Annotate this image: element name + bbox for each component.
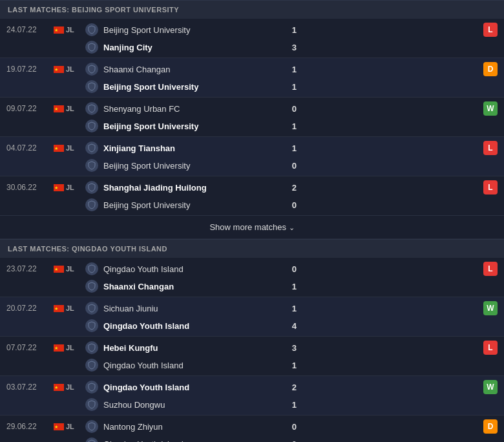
team-logo	[85, 420, 98, 433]
league-label: JL	[66, 344, 85, 352]
team-logo	[85, 41, 98, 54]
show-more-button[interactable]: Show more matches ⌄	[0, 216, 504, 239]
match-row: Beijing Sport University0	[0, 196, 504, 215]
match-date: 09.07.22	[6, 104, 52, 113]
match-score: 1	[284, 361, 303, 370]
match-score: 1	[284, 143, 303, 153]
result-badge: L	[483, 23, 498, 37]
match-date: 23.07.22	[6, 264, 52, 273]
league-label: JL	[66, 144, 85, 152]
result-badge: W	[483, 380, 498, 394]
team-logo	[85, 319, 98, 332]
match-score: 0	[284, 104, 303, 114]
match-group: 23.07.22★JLQingdao Youth Island0LShaanxi…	[0, 258, 504, 297]
team-logo	[85, 262, 98, 275]
match-row: 04.07.22★JLXinjiang Tianshan1L	[0, 137, 504, 157]
match-row: Beijing Sport University0	[0, 157, 504, 176]
match-score: 0	[284, 264, 303, 274]
country-flag: ★	[52, 344, 66, 352]
result-badge: W	[483, 301, 498, 315]
team-logo	[85, 381, 98, 394]
match-group: 07.07.22★JLHebei Kungfu3LQingdao Youth I…	[0, 337, 504, 376]
team-name: Beijing Sport University	[103, 82, 284, 92]
match-row: Shaanxi Changan1	[0, 278, 504, 297]
country-flag: ★	[52, 184, 66, 191]
result-badge: L	[483, 141, 498, 155]
match-group: 29.06.22★JLNantong Zhiyun0DQingdao Youth…	[0, 416, 504, 442]
team-name: Qingdao Youth Island	[103, 321, 284, 331]
team-name: Qingdao Youth Island	[103, 383, 284, 392]
team-name: Xinjiang Tianshan	[103, 143, 284, 153]
match-score: 1	[284, 121, 303, 131]
team-logo	[85, 80, 98, 93]
league-label: JL	[66, 65, 85, 73]
match-score: 3	[284, 343, 303, 353]
team-logo	[85, 198, 98, 211]
match-row: Qingdao Youth Island4	[0, 317, 504, 336]
match-date: 29.06.22	[6, 422, 52, 431]
team-name: Suzhou Dongwu	[103, 400, 284, 410]
country-flag: ★	[52, 384, 66, 391]
league-label: JL	[66, 383, 85, 391]
league-label: JL	[66, 105, 85, 112]
team-name: Shaanxi Changan	[103, 282, 284, 291]
match-score: 0	[284, 161, 303, 171]
team-name: Beijing Sport University	[103, 121, 284, 131]
team-name: Shaanxi Changan	[103, 65, 284, 74]
match-group: 20.07.22★JLSichuan Jiuniu1WQingdao Youth…	[0, 297, 504, 337]
league-label: JL	[66, 423, 85, 430]
match-score: 1	[284, 25, 303, 35]
team-logo	[85, 63, 98, 76]
league-label: JL	[66, 26, 85, 34]
match-row: 07.07.22★JLHebei Kungfu3L	[0, 337, 504, 357]
match-score: 3	[284, 43, 303, 52]
team-logo	[85, 120, 98, 132]
result-badge: L	[483, 262, 498, 276]
match-row: 23.07.22★JLQingdao Youth Island0L	[0, 258, 504, 278]
match-score: 0	[284, 422, 303, 432]
team-name: Sichuan Jiuniu	[103, 304, 284, 313]
match-row: 24.07.22★JLBeijing Sport University1L	[0, 19, 504, 39]
league-label: JL	[66, 265, 85, 273]
country-flag: ★	[52, 145, 66, 152]
match-group: 24.07.22★JLBeijing Sport University1LNan…	[0, 19, 504, 58]
matches-section: LAST MATCHES: QINGDAO YOUTH ISLAND23.07.…	[0, 239, 504, 442]
match-score: 2	[284, 183, 303, 193]
team-name: Nanjing City	[103, 43, 284, 52]
match-score: 2	[284, 383, 303, 392]
result-badge: L	[483, 180, 498, 195]
team-logo	[85, 159, 98, 172]
match-group: 09.07.22★JLShenyang Urban FC0WBeijing Sp…	[0, 98, 504, 137]
match-row: Suzhou Dongwu1	[0, 396, 504, 415]
match-date: 24.07.22	[6, 25, 52, 34]
team-logo	[85, 437, 98, 442]
show-more-label: Show more matches	[209, 222, 286, 232]
match-score: 1	[284, 65, 303, 74]
team-name: Qingdao Youth Island	[103, 264, 284, 274]
match-score: 1	[284, 282, 303, 291]
team-logo	[85, 398, 98, 411]
match-date: 03.07.22	[6, 383, 52, 392]
match-group: 04.07.22★JLXinjiang Tianshan1LBeijing Sp…	[0, 137, 504, 176]
match-score: 1	[284, 82, 303, 92]
team-logo	[85, 302, 98, 315]
match-date: 07.07.22	[6, 343, 52, 352]
team-logo	[85, 23, 98, 36]
match-row: 09.07.22★JLShenyang Urban FC0W	[0, 98, 504, 118]
match-row: 29.06.22★JLNantong Zhiyun0D	[0, 416, 504, 436]
match-score: 1	[284, 400, 303, 410]
result-badge: W	[483, 101, 498, 116]
team-name: Beijing Sport University	[103, 200, 284, 210]
match-date: 20.07.22	[6, 304, 52, 313]
match-score: 4	[284, 321, 303, 331]
match-score: 1	[284, 304, 303, 313]
country-flag: ★	[52, 266, 66, 273]
country-flag: ★	[52, 305, 66, 312]
team-name: Shenyang Urban FC	[103, 104, 284, 114]
match-score: 0	[284, 200, 303, 210]
country-flag: ★	[52, 26, 66, 34]
matches-section: LAST MATCHES: BEIJING SPORT UNIVERSITY24…	[0, 0, 504, 239]
chevron-down-icon: ⌄	[289, 224, 295, 231]
result-badge: D	[483, 419, 498, 434]
team-name: Beijing Sport University	[103, 25, 284, 35]
